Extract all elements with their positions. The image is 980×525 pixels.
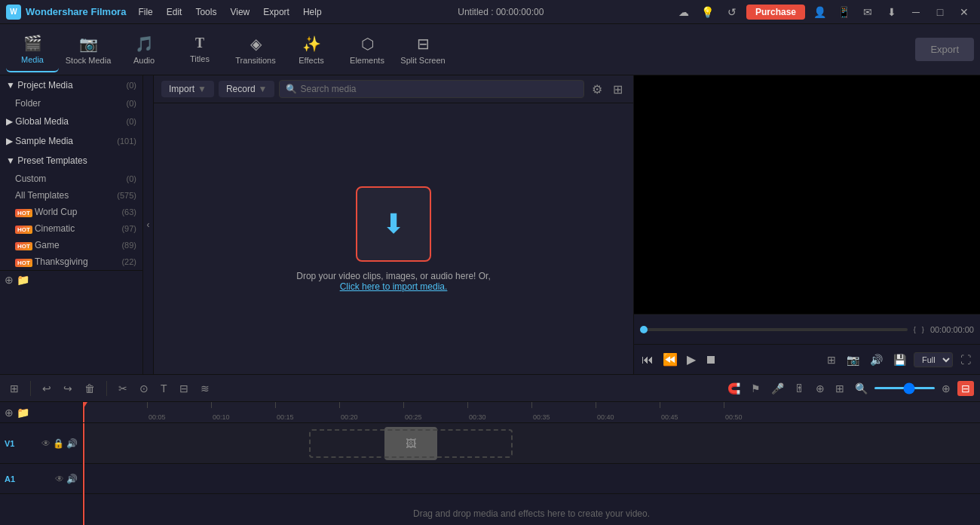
delete-button[interactable]: 🗑 xyxy=(81,381,99,396)
panel-item-all-templates[interactable]: All Templates (575) xyxy=(0,187,142,204)
import-button[interactable]: Import ▼ xyxy=(161,81,214,97)
section-project-media[interactable]: ▼ Project Media (0) xyxy=(0,75,142,95)
zoom-slider[interactable] xyxy=(874,387,935,389)
play-button[interactable]: ▶ xyxy=(685,351,697,368)
screenshot-button[interactable]: 📷 xyxy=(844,352,862,367)
new-folder-button[interactable]: 📁 xyxy=(17,274,29,286)
zoom-fit-button[interactable]: ⊟ xyxy=(957,381,974,396)
ruler-tick-1: 00:05 xyxy=(147,402,166,422)
cloud-icon[interactable]: ☁ xyxy=(674,5,694,20)
audio-track-mute-button[interactable]: 🔊 xyxy=(66,474,78,484)
grid-view-button[interactable]: ⊞ xyxy=(610,81,626,98)
preview-time: 00:00:00:00 xyxy=(930,325,974,334)
voiceover-button[interactable]: 🎤 xyxy=(767,381,788,396)
audio-split-button[interactable]: ≋ xyxy=(197,381,213,396)
video-track[interactable]: 🖼 xyxy=(83,423,980,464)
close-button[interactable]: ✕ xyxy=(954,5,974,20)
skip-back-button[interactable]: ⏮ xyxy=(640,352,655,368)
panel-item-custom[interactable]: Custom (0) xyxy=(0,170,142,187)
import-link[interactable]: Click here to import media. xyxy=(340,281,448,292)
menu-edit[interactable]: Edit xyxy=(161,5,188,20)
mail-icon[interactable]: ✉ xyxy=(858,5,877,20)
section-sample-media[interactable]: ▶ Sample Media (101) xyxy=(0,131,142,151)
drop-area[interactable]: ⬇ Drop your video clips, images, or audi… xyxy=(154,103,633,374)
motion-track-button[interactable]: ⊕ xyxy=(812,381,828,396)
toolbar-effects[interactable]: ✨ Effects xyxy=(285,27,338,72)
panel-item-cinematic[interactable]: HOTCinematic (97) xyxy=(0,220,142,237)
panel-collapse-button[interactable]: ‹ xyxy=(143,75,154,374)
panel-item-game[interactable]: HOTGame (89) xyxy=(0,237,142,253)
marker-button[interactable]: ⚑ xyxy=(747,381,764,396)
volume-button[interactable]: 🔊 xyxy=(867,352,886,367)
text-button[interactable]: T xyxy=(157,381,171,396)
search-input[interactable] xyxy=(300,84,577,94)
toolbar-titles[interactable]: T Titles xyxy=(173,27,226,72)
toolbar-media[interactable]: 🎬 Media xyxy=(6,27,59,72)
minimize-button[interactable]: ─ xyxy=(906,5,926,20)
bracket-start-icon: { xyxy=(914,326,916,333)
ruler-tick-6: 00:30 xyxy=(467,402,486,422)
maximize-button[interactable]: □ xyxy=(930,5,950,20)
toolbar-audio[interactable]: 🎵 Audio xyxy=(118,27,170,72)
cinematic-count: (97) xyxy=(121,224,136,233)
split-button[interactable]: ⊟ xyxy=(176,381,192,396)
magnet-icon[interactable]: 🧲 xyxy=(724,381,744,396)
account-icon[interactable]: 👤 xyxy=(810,5,829,20)
search-box[interactable]: 🔍 xyxy=(279,80,584,98)
purchase-button[interactable]: Purchase xyxy=(746,5,805,20)
menu-help[interactable]: Help xyxy=(297,5,328,20)
export-button[interactable]: Export xyxy=(915,38,974,61)
menu-export[interactable]: Export xyxy=(257,5,296,20)
audio-track[interactable] xyxy=(83,464,980,494)
timeline-main: 00:05 00:10 00:15 00:20 00:25 00:30 00:3… xyxy=(83,402,980,525)
snap-button[interactable]: ⊞ xyxy=(6,381,23,396)
save-frame-button[interactable]: 💾 xyxy=(890,352,909,367)
timeline-content: ⊕ 📁 V1 👁 🔒 🔊 A1 👁 🔊 xyxy=(0,402,980,525)
add-track-button[interactable]: ⊕ xyxy=(5,407,14,419)
app-logo-icon: W xyxy=(6,5,21,20)
panel-item-folder[interactable]: Folder (0) xyxy=(0,95,142,112)
panel-item-world-cup[interactable]: HOTWorld Cup (63) xyxy=(0,204,142,220)
pip-button[interactable]: ⊞ xyxy=(831,381,848,396)
video-track-mute-button[interactable]: 🔊 xyxy=(66,438,78,449)
section-global-media[interactable]: ▶ Global Media (0) xyxy=(0,112,142,131)
toolbar-split-screen-label: Split Screen xyxy=(400,56,445,65)
zoom-in-button[interactable]: ⊕ xyxy=(938,381,954,396)
sync-icon[interactable]: ↺ xyxy=(722,5,742,20)
download-icon[interactable]: ⬇ xyxy=(882,5,902,20)
section-preset-templates[interactable]: ▼ Preset Templates xyxy=(0,151,142,170)
audio-track-eye-button[interactable]: 👁 xyxy=(55,474,64,484)
quality-select[interactable]: Full 1/2 1/4 xyxy=(914,352,953,367)
folder-track-button[interactable]: 📁 xyxy=(17,407,29,419)
title-bar-right: ☁ 💡 ↺ Purchase 👤 📱 ✉ ⬇ ─ □ ✕ xyxy=(674,5,974,20)
phone-icon[interactable]: 📱 xyxy=(834,5,853,20)
new-project-button[interactable]: ⊕ xyxy=(5,274,14,286)
filter-button[interactable]: ⚙ xyxy=(589,81,605,98)
mix-button[interactable]: 🎚 xyxy=(791,381,809,396)
menu-file[interactable]: File xyxy=(132,5,158,20)
cut-button[interactable]: ✂ xyxy=(115,381,131,396)
app-name: Wondershare Filmora xyxy=(26,6,126,17)
toolbar-elements[interactable]: ⬡ Elements xyxy=(341,27,394,72)
undo-button[interactable]: ↩ xyxy=(38,381,55,396)
video-track-lock-button[interactable]: 🔒 xyxy=(53,438,64,449)
panel-item-thanksgiving[interactable]: HOTThanksgiving (22) xyxy=(0,253,142,270)
fit-screen-button[interactable]: ⊞ xyxy=(824,352,839,367)
menu-view[interactable]: View xyxy=(224,5,256,20)
video-drop-zone[interactable] xyxy=(309,429,513,458)
copy-button[interactable]: ⊙ xyxy=(136,381,152,396)
stop-button[interactable]: ⏹ xyxy=(703,352,718,368)
video-track-eye-button[interactable]: 👁 xyxy=(41,438,51,449)
frame-back-button[interactable]: ⏪ xyxy=(661,351,679,368)
ruler-tick-10: 00:50 xyxy=(724,402,743,422)
redo-button[interactable]: ↪ xyxy=(60,381,76,396)
bulb-icon[interactable]: 💡 xyxy=(698,5,718,20)
menu-tools[interactable]: Tools xyxy=(189,5,222,20)
toolbar-stock-media[interactable]: 📷 Stock Media xyxy=(62,27,115,72)
record-button[interactable]: Record ▼ xyxy=(219,81,275,97)
toolbar-transitions[interactable]: ◈ Transitions xyxy=(229,27,282,72)
preview-timeline[interactable] xyxy=(640,328,908,331)
fullscreen-button[interactable]: ⛶ xyxy=(957,352,974,367)
toolbar-split-screen[interactable]: ⊟ Split Screen xyxy=(397,27,449,72)
zoom-out-button[interactable]: 🔍 xyxy=(851,381,871,396)
